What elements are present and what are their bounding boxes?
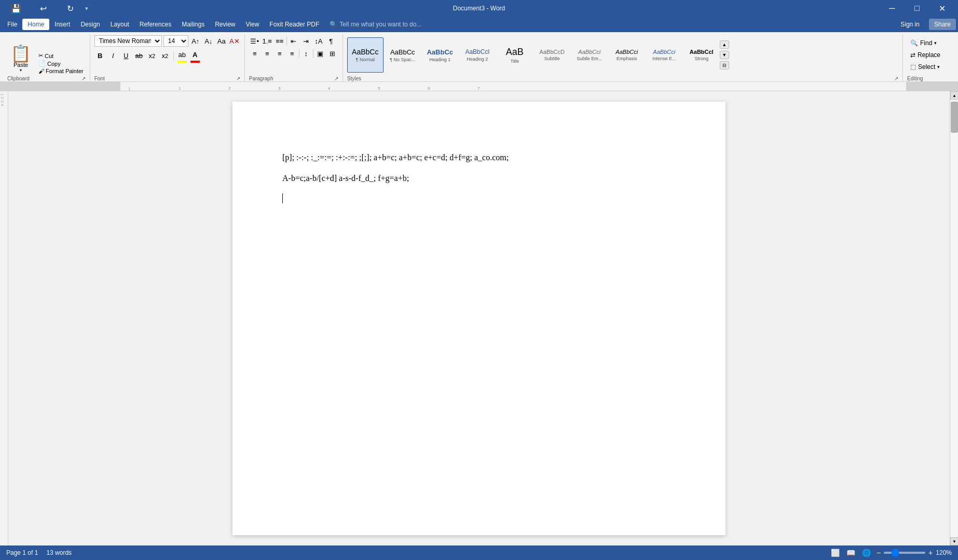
menu-foxit[interactable]: Foxit Reader PDF [264, 19, 324, 30]
menu-file[interactable]: File [2, 19, 22, 30]
styles-scroll-up[interactable]: ▲ [720, 40, 729, 49]
styles-footer: Styles ↗ [347, 76, 898, 81]
scrollbar-thumb[interactable] [951, 102, 958, 133]
copy-icon: 📄 [38, 60, 46, 67]
style-subtle-em-label: Subtle Em... [577, 56, 602, 61]
vertical-scrollbar[interactable]: ▲ ▼ [950, 91, 958, 545]
font-expander[interactable]: ↗ [236, 76, 240, 81]
document-scroll-area[interactable]: [p]; :-:-; :_:=:=; :+:-:=; ;[;]; a+b=c; … [8, 91, 950, 545]
document-paragraph-2[interactable]: A-b=c;a-b/[c+d] a-s-d-f_d_; f+g=a+b; [282, 172, 676, 185]
menu-view[interactable]: View [241, 19, 265, 30]
style-title[interactable]: AaB Title [497, 37, 533, 73]
font-color-button[interactable]: A [189, 49, 201, 60]
cut-button[interactable]: ✂ Cut [36, 52, 86, 60]
read-mode-button[interactable]: 📖 [845, 547, 857, 558]
styles-expander[interactable]: ↗ [894, 76, 898, 81]
para-divider2 [299, 49, 299, 58]
superscript-button[interactable]: x2 [159, 50, 171, 62]
undo-button[interactable]: ↩ [31, 0, 55, 17]
maximize-button[interactable]: □ [905, 0, 929, 17]
save-button[interactable]: 💾 [4, 0, 28, 17]
zoom-in-button[interactable]: + [928, 549, 933, 557]
document-paragraph-3[interactable] [282, 193, 676, 205]
align-right-button[interactable]: ≡ [274, 48, 285, 59]
increase-font-button[interactable]: A↑ [190, 35, 201, 47]
style-heading2[interactable]: AaBbCcl Heading 2 [459, 37, 496, 73]
sign-in-button[interactable]: Sign in [895, 19, 925, 30]
style-heading1[interactable]: AaBbCc Heading 1 [422, 37, 458, 73]
clipboard-expander[interactable]: ↗ [81, 76, 86, 81]
bullets-button[interactable]: ☰• [249, 35, 261, 47]
document-content[interactable]: [p]; :-:-; :_:=:=; :+:-:=; ;[;]; a+b=c; … [282, 151, 676, 205]
para-divider3 [313, 49, 313, 58]
format-painter-button[interactable]: 🖌 Format Painter [36, 67, 86, 75]
decrease-indent-button[interactable]: ⇤ [288, 35, 299, 47]
style-subtitle[interactable]: AaBbCcD Subtitle [534, 37, 570, 73]
menu-mailings[interactable]: Mailings [176, 19, 210, 30]
status-right: ⬜ 📖 🌐 − + 120% [830, 547, 952, 558]
document-page[interactable]: [p]; :-:-; :_:=:=; :+:-:=; ;[;]; a+b=c; … [232, 102, 726, 535]
scrollbar-track[interactable] [950, 100, 958, 537]
paste-button[interactable]: 📋 Paste ▾ [7, 43, 34, 75]
share-button[interactable]: Share [929, 19, 956, 30]
strikethrough-button[interactable]: ab [133, 50, 145, 62]
paragraph-expander[interactable]: ↗ [334, 76, 338, 81]
underline-wrapper: U [120, 50, 132, 62]
menu-layout[interactable]: Layout [105, 19, 134, 30]
menu-design[interactable]: Design [75, 19, 105, 30]
menu-references[interactable]: References [134, 19, 176, 30]
decrease-font-button[interactable]: A↓ [203, 35, 214, 47]
select-label: Select [918, 63, 935, 71]
menu-home[interactable]: Home [22, 19, 49, 30]
text-case-button[interactable]: Aa [216, 35, 227, 47]
style-strong[interactable]: AaBbCcl Strong [683, 37, 720, 73]
menu-insert[interactable]: Insert [49, 19, 75, 30]
multilevel-list-button[interactable]: ≡≡ [274, 35, 285, 47]
subscript-button[interactable]: x2 [146, 50, 158, 62]
zoom-out-button[interactable]: − [877, 549, 881, 557]
find-button[interactable]: 🔍 Find ▾ [907, 38, 943, 48]
copy-button[interactable]: 📄 Copy [36, 60, 86, 67]
document-paragraph-1[interactable]: [p]; :-:-; :_:=:=; :+:-:=; ;[;]; a+b=c; … [282, 151, 676, 164]
numbering-button[interactable]: 1.≡ [262, 35, 273, 47]
italic-button[interactable]: I [107, 50, 119, 62]
close-button[interactable]: ✕ [930, 0, 954, 17]
web-layout-button[interactable]: 🌐 [861, 547, 872, 558]
align-center-button[interactable]: ≡ [262, 48, 273, 59]
title-bar: 💾 ↩ ↻ ▾ Document3 - Word ─ □ ✕ [0, 0, 958, 17]
style-no-space[interactable]: AaBbCc ¶ No Spac... [385, 37, 421, 73]
clear-format-button[interactable]: A✕ [229, 35, 240, 47]
select-button[interactable]: ⬚ Select ▾ [907, 62, 943, 72]
redo-button[interactable]: ↻ [58, 0, 82, 17]
font-name-select[interactable]: Times New Roman Arial Calibri [94, 35, 162, 47]
menu-review[interactable]: Review [210, 19, 240, 30]
font-size-select[interactable]: 14 12 16 18 [163, 35, 188, 47]
line-spacing-button[interactable]: ↕ [300, 48, 312, 59]
tell-me-input[interactable]: 🔍 Tell me what you want to do... [324, 19, 427, 30]
underline-button[interactable]: U [120, 50, 132, 62]
scrollbar-down-button[interactable]: ▼ [950, 537, 958, 545]
status-left: Page 1 of 1 13 words [6, 549, 72, 556]
text-highlight-button[interactable]: ab [176, 49, 188, 60]
replace-button[interactable]: ⇄ Replace [907, 50, 943, 60]
zoom-slider[interactable] [884, 552, 925, 554]
styles-scroll-down[interactable]: ▼ [720, 51, 729, 59]
zoom-level[interactable]: 120% [936, 549, 952, 556]
print-layout-button[interactable]: ⬜ [830, 547, 841, 558]
styles-more[interactable]: ⊟ [720, 61, 729, 69]
justify-button[interactable]: ≡ [286, 48, 298, 59]
show-formatting-button[interactable]: ¶ [325, 35, 337, 47]
sort-button[interactable]: ↕A [313, 35, 324, 47]
increase-indent-button[interactable]: ⇥ [300, 35, 312, 47]
bold-button[interactable]: B [94, 50, 106, 62]
style-emphasis[interactable]: AaBbCci Emphasis [609, 37, 645, 73]
style-subtle-em[interactable]: AaBbCci Subtle Em... [571, 37, 608, 73]
minimize-button[interactable]: ─ [880, 0, 904, 17]
scrollbar-up-button[interactable]: ▲ [950, 91, 958, 100]
borders-button[interactable]: ⊞ [327, 48, 338, 59]
font-color-indicator [190, 61, 200, 63]
style-normal[interactable]: AaBbCc ¶ Normal [347, 37, 384, 73]
align-left-button[interactable]: ≡ [249, 48, 261, 59]
shading-button[interactable]: ▣ [314, 48, 326, 59]
style-intense-em[interactable]: AaBbCci Intense E... [646, 37, 682, 73]
